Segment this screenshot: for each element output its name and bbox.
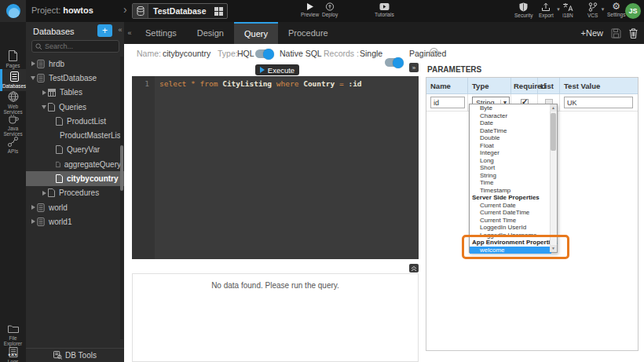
tree-item-productmasterlist[interactable]: ProductMasterList [26,128,121,142]
expand-arrow-icon[interactable] [31,61,35,66]
dropdown-option[interactable]: LoggedIn UserId [470,224,551,232]
collapse-arrow-icon[interactable] [31,76,35,80]
db-icon [37,218,45,226]
preview-button[interactable]: Preview [301,2,319,17]
rail-item-java-services[interactable]: Java Services [0,114,26,137]
deploy-button[interactable]: Deploy [322,2,338,17]
file-icon [48,103,55,112]
dropdown-group-server-side: Server Side Properties [470,194,551,202]
tabbar-collapse-icon[interactable]: « [124,22,135,44]
type-option-native-sql[interactable]: Native SQL [280,49,322,58]
tree-item-world1[interactable]: world1 [26,214,121,229]
type-dropdown-list: Byte Character Date DateTime Double Floa… [469,104,558,253]
save-icon[interactable] [611,28,621,38]
dropdown-option[interactable]: Long [470,157,551,165]
tree-item-world[interactable]: world [26,200,121,214]
db-tools-button[interactable]: DB Tools [26,348,124,362]
tab-query[interactable]: Query [234,22,278,44]
search-box[interactable] [31,40,119,53]
type-option-hql[interactable]: HQL [237,49,254,58]
records-option-single[interactable]: Single [360,49,382,58]
expand-arrow-icon[interactable] [31,219,35,224]
dropdown-scrollbar-thumb[interactable] [551,113,556,151]
dropdown-option[interactable]: Current Time [470,217,551,225]
dropdown-option[interactable]: String [470,172,551,180]
export-button[interactable]: ▾ Export [539,2,554,18]
toggle-knob [263,49,274,60]
dropdown-option[interactable]: Double [470,134,551,142]
sql-editor[interactable]: 1 select * from CityListing where Countr… [132,76,419,259]
tree-item-productlist[interactable]: ProductList [26,114,121,128]
tab-design[interactable]: Design [187,22,234,44]
dropdown-option[interactable]: Short [470,164,551,172]
rail-item-apis[interactable]: APIs [0,137,26,154]
dropdown-option[interactable]: Timestamp [470,187,551,195]
i18n-button[interactable]: i18N [562,2,573,18]
tree-item-tables[interactable]: Tables [26,86,121,100]
rail-item-file-explorer[interactable]: File Explorer [0,324,26,346]
type-toggle[interactable] [255,49,273,58]
panel-collapse-icon[interactable]: « [116,26,124,35]
app-logo[interactable] [0,0,26,22]
caret-down-icon: ▾ [557,6,560,13]
dropdown-option[interactable]: LoggedIn Username [470,232,551,240]
dropdown-option[interactable]: Integer [470,149,551,157]
db-grid-icon[interactable] [214,7,223,16]
dropdown-option[interactable]: DateTime [470,127,551,135]
tree-item-testdatabase[interactable]: TestDatabase [26,71,121,85]
rail-item-web-services[interactable]: Web Services [0,91,26,115]
security-button[interactable]: Security [514,2,532,18]
vcs-button[interactable]: ▾ VCS [587,2,598,18]
tutorials-button[interactable]: Tutorials [375,2,394,17]
expand-arrow-icon[interactable] [42,90,46,95]
help-icon[interactable]: ? [430,48,438,57]
tree-item-queries[interactable]: Queries [26,100,121,114]
left-rail: Pages Databases Web Services Java Servic… [0,22,26,362]
new-query-button[interactable]: +New [581,28,603,38]
dropdown-option[interactable]: Byte [470,104,551,112]
scroll-down-icon[interactable]: ▼ [550,245,557,252]
settings-button[interactable]: ▾ ⚙ Settings [607,2,626,17]
dropdown-option[interactable]: Float [470,142,551,150]
delete-icon[interactable] [629,28,638,38]
dropdown-option[interactable]: Date [470,119,551,127]
dropdown-option[interactable]: Current Date [470,202,551,210]
parameters-collapse-button[interactable]: » [409,63,419,72]
records-option-paginated[interactable]: Paginated [409,49,446,58]
tree-item-citybycountry[interactable]: citybycountry [26,171,124,185]
rail-more-button[interactable]: ••• [0,351,26,359]
test-value-input[interactable] [564,97,633,108]
search-icon [35,43,42,50]
expand-arrow-icon[interactable] [42,191,46,196]
user-avatar[interactable]: JS [625,3,641,19]
tree-scrollbar[interactable] [120,57,123,339]
collapse-arrow-icon[interactable] [42,105,46,109]
column-header-required: Required [511,78,538,94]
dropdown-option[interactable]: Current DateTime [470,209,551,217]
scroll-up-icon[interactable]: ▲ [550,104,557,112]
search-input[interactable] [45,42,112,50]
rail-item-pages[interactable]: Pages [0,50,26,68]
rail-item-databases[interactable]: Databases [0,69,26,91]
dropdown-option-welcome[interactable]: welcome [470,247,551,254]
tree-item-aggregatequery[interactable]: aggregateQuery [26,157,121,171]
tree-item-procedures[interactable]: Procedures [26,186,121,200]
api-icon [8,137,18,147]
dropdown-option[interactable]: Time [470,179,551,187]
dropdown-option[interactable]: Character [470,112,551,120]
deploy-icon [325,2,335,11]
execute-button[interactable]: Execute [255,64,299,75]
param-name-input[interactable] [430,97,465,108]
expand-arrow-icon[interactable] [31,205,35,210]
tree-item-queryvar[interactable]: QueryVar [26,143,121,157]
tree-item-hrdb[interactable]: hrdb [26,57,121,71]
tree-scrollbar-thumb[interactable] [120,145,123,191]
name-label: Name: [137,49,161,58]
add-database-button[interactable]: + [97,24,112,37]
query-results-area: No data found. Please run the query. [132,273,419,362]
database-selector[interactable]: TestDatabase [132,3,228,19]
records-toggle[interactable] [385,58,403,67]
tab-procedure[interactable]: Procedure [278,22,338,44]
expand-results-button[interactable] [409,264,419,272]
tab-settings[interactable]: Settings [135,22,187,44]
